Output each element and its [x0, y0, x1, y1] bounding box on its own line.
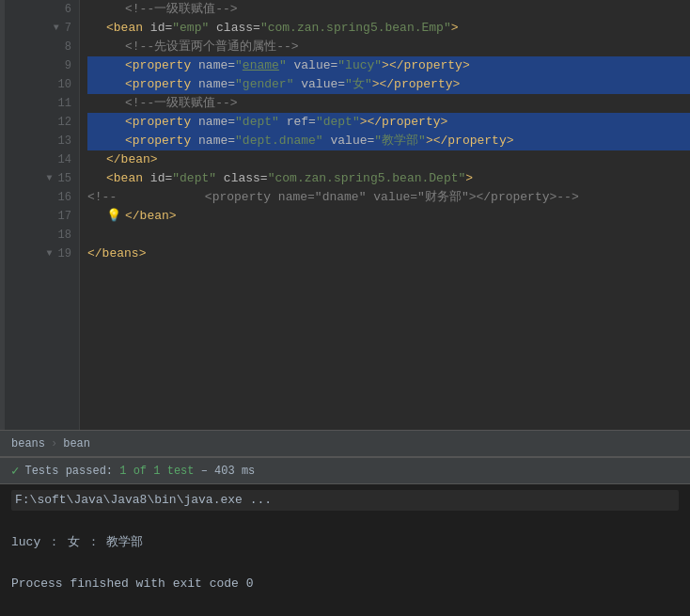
fold-icon-15[interactable]: ▼	[45, 174, 55, 183]
code-line-8: <!--先设置两个普通的属性-->	[87, 38, 690, 56]
line-number-16: 16	[45, 188, 71, 207]
line-number-11: 11	[45, 94, 71, 113]
code-line-9: <property name="ename" value="lucy"></pr…	[87, 56, 690, 75]
code-line-16: <!-- <property name="dname" value="财务部">…	[87, 188, 690, 207]
code-line-7: <bean id="emp" class="com.zan.spring5.be…	[87, 19, 690, 38]
code-line-6: <!--一级联赋值-->	[87, 0, 690, 19]
test-count: 1 of 1 test	[119, 465, 194, 478]
line-number-15: ▼15	[45, 169, 71, 188]
test-status-bar: ✓ Tests passed: 1 of 1 test – 403 ms	[0, 458, 690, 484]
breadcrumb-bar: beans › bean	[0, 430, 690, 456]
code-line-13: <property name="dept.dname" value="教学部">…	[87, 132, 690, 150]
test-passed-icon: ✓	[11, 463, 19, 479]
fold-icon-19[interactable]: ▼	[45, 249, 55, 259]
code-line-17: 💡</bean>	[87, 207, 690, 226]
line-number-gutter: 6▼7891011121314▼15161718▼19	[5, 0, 80, 430]
console-line-4: Process finished with exit code 0	[11, 575, 679, 593]
breadcrumb-separator: ›	[51, 437, 57, 450]
code-editor[interactable]: 6▼7891011121314▼15161718▼19 <!--一级联赋值-->…	[5, 0, 690, 430]
line-number-13: 13	[45, 132, 71, 150]
code-line-12: <property name="dept" ref="dept"></prope…	[87, 113, 690, 132]
code-line-19: </beans>	[87, 245, 690, 263]
line-number-12: 12	[45, 113, 71, 132]
line-number-18: 18	[45, 226, 71, 245]
breadcrumb-item-bean[interactable]: bean	[63, 437, 90, 450]
code-line-10: <property name="gender" value="女"></prop…	[87, 75, 690, 94]
console-output: F:\soft\Java\Java8\bin\java.exe ... lucy…	[0, 484, 690, 616]
line-number-6: 6	[52, 0, 71, 19]
console-line-3	[11, 554, 679, 573]
breadcrumb-item-beans[interactable]: beans	[11, 437, 45, 450]
code-content[interactable]: <!--一级联赋值--><bean id="emp" class="com.za…	[80, 0, 690, 430]
line-number-8: 8	[52, 38, 71, 56]
line-number-9: 9	[52, 56, 71, 75]
editor-panel: 6▼7891011121314▼15161718▼19 <!--一级联赋值-->…	[0, 0, 690, 430]
fold-icon-7[interactable]: ▼	[52, 24, 61, 33]
line-number-17: 17	[45, 207, 71, 226]
console-line-1	[11, 513, 679, 531]
test-time: – 403 ms	[201, 465, 256, 478]
code-line-18	[87, 226, 690, 245]
console-line-2: lucy ： 女 ： 教学部	[11, 533, 679, 552]
line-number-7: ▼7	[52, 19, 71, 38]
code-line-11: <!--一级联赋值-->	[87, 94, 690, 113]
line-number-14: 14	[45, 150, 71, 169]
hint-icon-17: 💡	[106, 207, 121, 226]
line-number-19: ▼19	[45, 245, 71, 263]
test-status-text: Tests passed: 1 of 1 test – 403 ms	[24, 465, 255, 478]
code-line-14: </bean>	[87, 150, 690, 169]
line-number-10: 10	[45, 75, 71, 94]
code-line-15: <bean id="dept" class="com.zan.spring5.b…	[87, 169, 690, 188]
test-prefix: Tests passed:	[24, 465, 113, 478]
console-line-0: F:\soft\Java\Java8\bin\java.exe ...	[11, 490, 679, 511]
bottom-panel: ✓ Tests passed: 1 of 1 test – 403 ms F:\…	[0, 456, 690, 616]
